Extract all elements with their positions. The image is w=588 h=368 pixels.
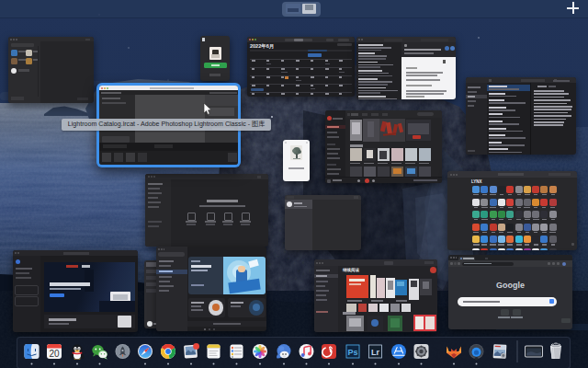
svg-text:Lr: Lr [371, 348, 379, 357]
svg-text:Ps: Ps [347, 348, 357, 357]
svg-text:20: 20 [49, 349, 60, 359]
